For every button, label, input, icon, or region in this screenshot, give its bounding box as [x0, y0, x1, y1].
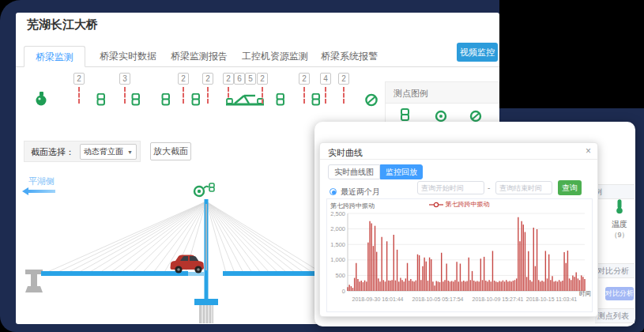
- x-tick-label: 2018-10-15 11:03:41: [526, 296, 578, 302]
- legend-panel-title: 测点图例: [386, 81, 499, 104]
- sensor-dash-marker: [183, 87, 184, 104]
- link-icon[interactable]: [96, 93, 107, 109]
- black-corner-region: [499, 0, 644, 108]
- query-start-time-input[interactable]: [417, 181, 484, 194]
- link-icon[interactable]: [160, 93, 171, 109]
- bridge-deck-left[interactable]: [41, 271, 188, 276]
- query-button[interactable]: 查询: [558, 180, 582, 195]
- camera-icon[interactable]: [194, 187, 209, 196]
- tab-bridge-monitor[interactable]: 桥梁监测: [24, 46, 85, 67]
- tab-monitor-playback[interactable]: 监控回放: [380, 164, 423, 179]
- x-tick-label: 2018-10-09 15:27:41: [473, 296, 524, 302]
- chevron-down-icon: ▼: [127, 145, 133, 160]
- legend-marker-icon: [429, 202, 443, 208]
- y-tick-label: 500: [335, 272, 345, 279]
- sidebar-points-header: 测点列表: [595, 308, 635, 323]
- temperature-legend-item[interactable]: 温度 （9）: [605, 199, 634, 240]
- chart-container: 第七跨跨中振动 第七跨跨中振动 05001,0001,5002,0002,500…: [326, 198, 593, 312]
- thermometer-icon: [615, 199, 624, 214]
- bridge-abutment: [25, 270, 43, 292]
- chart-series: [348, 217, 585, 291]
- sensor-dash-marker: [124, 87, 126, 104]
- range-separator: -: [488, 183, 490, 192]
- car: [171, 255, 205, 274]
- sensor-count-badge: 2: [178, 73, 189, 85]
- modal-header: 实时曲线 ×: [320, 143, 597, 160]
- temperature-label: 温度: [605, 219, 634, 230]
- sensor-dash-marker: [303, 87, 305, 104]
- realtime-curve-modal: 实时曲线 × 实时曲线图 监控回放 最近两个月 - 查询 第七跨跨中振动 第七跨…: [319, 142, 598, 317]
- tab-realtime-data[interactable]: 桥梁实时数据: [89, 46, 168, 67]
- chart-x-axis-title: 时间: [579, 290, 591, 297]
- y-tick-label: 1,500: [330, 241, 345, 248]
- radio-selected-icon: [330, 188, 337, 195]
- temperature-count: （9）: [605, 230, 634, 240]
- bridge-deck-mid[interactable]: [188, 272, 204, 276]
- no-entry-icon[interactable]: [365, 93, 378, 110]
- compare-analysis-button[interactable]: 对比分析: [605, 287, 634, 300]
- weight-icon[interactable]: [35, 92, 47, 109]
- recent-two-months-radio[interactable]: 最近两个月: [330, 183, 380, 194]
- section-select-value: 动态背立面: [84, 147, 123, 156]
- y-tick-label: 2,500: [330, 210, 345, 217]
- bridge-deck-right[interactable]: [223, 271, 326, 276]
- radio-label: 最近两个月: [341, 187, 380, 196]
- screen: 芜湖长江大桥 桥梁监测 桥梁实时数据 桥梁监测报告 工控机资源监测 桥梁系统报警…: [0, 0, 644, 332]
- y-tick-label: 2,000: [330, 225, 345, 232]
- tab-ipc-resource[interactable]: 工控机资源监测: [231, 46, 319, 67]
- link-icon[interactable]: [275, 93, 286, 109]
- link-icon[interactable]: [130, 93, 141, 109]
- x-tick-label: 2018-10-05 05:17:54: [412, 296, 464, 302]
- sensor-count-badge: 4: [320, 73, 331, 85]
- tab-system-alarm[interactable]: 桥梁系统报警: [310, 46, 389, 67]
- y-tick-label: 1,000: [330, 256, 345, 263]
- section-select-bar: 截面选择： 动态背立面 ▼: [24, 141, 141, 162]
- video-monitor-button[interactable]: 视频监控: [457, 43, 498, 62]
- sensor-count-badge: 2: [202, 73, 213, 85]
- sensor-count-badge: 2: [257, 73, 268, 85]
- sensor-count-badge: 2: [299, 73, 310, 85]
- link-icon[interactable]: [190, 93, 201, 109]
- sensor-count-badge: 2: [73, 73, 85, 85]
- bridge-icon[interactable]: [225, 93, 265, 111]
- modal-title: 实时曲线: [328, 147, 363, 159]
- tabs-bar: 桥梁监测 桥梁实时数据 桥梁监测报告 工控机资源监测 桥梁系统报警: [16, 46, 499, 67]
- query-end-time-input[interactable]: [495, 181, 552, 194]
- x-tick-label: 2018-09-30 16:01:44: [352, 296, 404, 302]
- sensor-count-badge: 5: [245, 73, 256, 85]
- chain-icon[interactable]: [209, 183, 214, 191]
- section-select-label: 截面选择：: [31, 146, 74, 158]
- sidebar-legend-header: 图例: [595, 184, 635, 199]
- sensor-dash-marker: [343, 87, 345, 104]
- sensor-dash-marker: [262, 87, 263, 104]
- sensor-dash-marker: [78, 87, 80, 104]
- link-icon[interactable]: [311, 93, 322, 109]
- sensor-count-badge: 3: [119, 73, 130, 85]
- sensor-dash-marker: [207, 87, 209, 104]
- tab-realtime-curve[interactable]: 实时曲线图: [328, 164, 380, 179]
- bridge-schematic: [16, 180, 326, 324]
- chart-plot: 05001,0001,5002,0002,5002018-09-30 16:01…: [329, 209, 592, 310]
- close-icon[interactable]: ×: [586, 145, 591, 157]
- bridge-pier-column: [199, 305, 213, 323]
- enlarge-section-button[interactable]: 放大截面: [150, 142, 191, 160]
- bridge-pier-cap: [194, 299, 218, 305]
- sensor-count-badge: 2: [338, 73, 349, 85]
- y-tick-label: 0: [342, 288, 345, 295]
- sensor-dash-marker: [325, 87, 326, 104]
- sensor-count-badge: 2: [223, 73, 234, 85]
- tab-monitor-report[interactable]: 桥梁监测报告: [160, 46, 239, 67]
- section-select-dropdown[interactable]: 动态背立面 ▼: [80, 144, 137, 160]
- page-title: 芜湖长江大桥: [27, 17, 98, 32]
- sidebar-compare-header: 对比分析: [595, 263, 635, 278]
- sensor-count-badge: 6: [234, 73, 245, 85]
